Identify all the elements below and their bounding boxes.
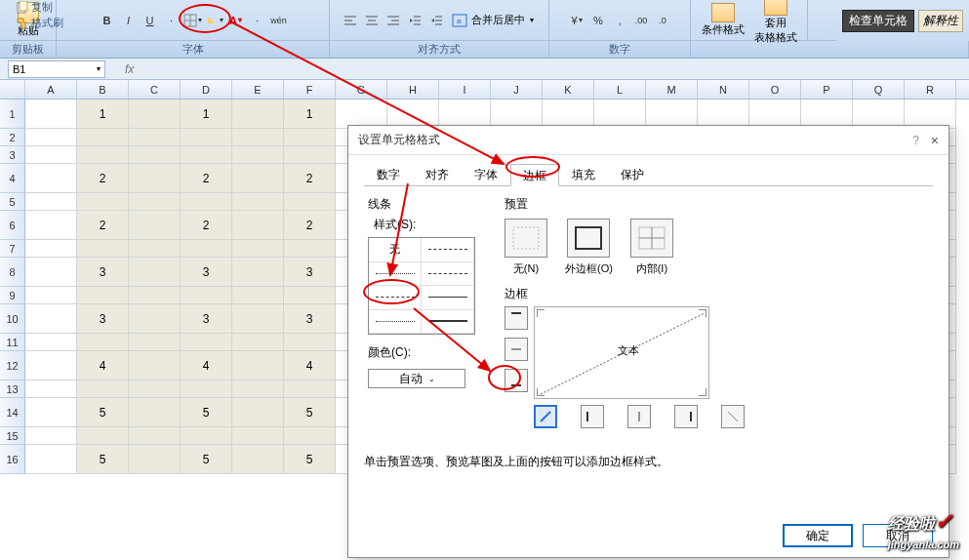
cell[interactable] <box>129 427 181 445</box>
cell[interactable] <box>181 129 232 146</box>
ok-button[interactable]: 确定 <box>783 524 853 547</box>
cell[interactable]: 5 <box>181 398 232 427</box>
cell[interactable] <box>77 427 129 445</box>
cell[interactable]: 4 <box>77 351 129 380</box>
cell[interactable] <box>77 146 129 164</box>
cell[interactable] <box>232 146 284 164</box>
indent-dec-button[interactable] <box>405 11 424 30</box>
style-opt[interactable] <box>369 310 422 335</box>
cell[interactable] <box>284 240 336 258</box>
cell[interactable] <box>25 146 77 164</box>
cell[interactable] <box>25 211 77 240</box>
cell[interactable] <box>232 380 284 398</box>
row-header[interactable]: 7 <box>0 240 25 258</box>
cell[interactable] <box>25 304 77 334</box>
cell[interactable]: 3 <box>77 258 129 287</box>
border-right-button[interactable] <box>674 405 698 428</box>
cell[interactable] <box>25 164 77 193</box>
cell[interactable] <box>129 240 181 258</box>
column-header[interactable]: K <box>543 80 594 99</box>
cell[interactable] <box>129 334 181 351</box>
column-header[interactable]: R <box>905 80 956 99</box>
cell[interactable] <box>25 427 77 445</box>
column-header[interactable]: I <box>439 80 491 99</box>
cell[interactable] <box>284 380 336 398</box>
cell[interactable] <box>25 380 77 398</box>
cell[interactable] <box>284 427 336 445</box>
line-style-picker[interactable]: 无 <box>368 237 475 335</box>
cell[interactable] <box>232 193 284 211</box>
cell[interactable] <box>181 334 232 351</box>
tab-保护[interactable]: 保护 <box>608 163 657 185</box>
tab-填充[interactable]: 填充 <box>559 163 608 185</box>
column-header[interactable]: E <box>232 80 284 99</box>
cell[interactable] <box>77 193 129 211</box>
cell[interactable] <box>232 445 284 474</box>
cell[interactable] <box>25 193 77 211</box>
table-style-button[interactable]: 套用 表格格式 <box>754 0 797 45</box>
cell[interactable]: 5 <box>77 445 129 474</box>
cell[interactable]: 3 <box>77 304 129 334</box>
cell[interactable] <box>232 334 284 351</box>
style-opt[interactable] <box>369 286 422 310</box>
column-header[interactable]: O <box>749 80 801 99</box>
border-mid-v-button[interactable] <box>627 405 651 428</box>
decimal-inc-button[interactable]: .00 <box>631 11 651 30</box>
cell[interactable]: 4 <box>284 351 336 380</box>
column-header[interactable]: J <box>491 80 543 99</box>
cell[interactable] <box>181 287 232 304</box>
column-header[interactable]: Q <box>853 80 905 99</box>
select-all-corner[interactable] <box>0 80 25 99</box>
border-diag-down-button[interactable] <box>721 405 745 428</box>
border-left-button[interactable] <box>581 405 604 428</box>
row-header[interactable]: 9 <box>0 287 25 304</box>
preset-outline[interactable]: 外边框(O) <box>565 219 613 276</box>
indent-inc-button[interactable] <box>426 11 446 30</box>
cell[interactable]: 3 <box>284 304 336 334</box>
column-header[interactable]: G <box>336 80 387 99</box>
row-header[interactable]: 8 <box>0 258 25 287</box>
cell[interactable]: 5 <box>181 445 232 474</box>
row-header[interactable]: 5 <box>0 193 25 211</box>
font-color-button[interactable]: A▾ <box>226 11 246 30</box>
cell[interactable] <box>232 100 284 129</box>
cell[interactable] <box>181 146 232 164</box>
cell[interactable]: 1 <box>77 100 129 129</box>
style-opt[interactable] <box>369 262 422 287</box>
chevron-down-icon[interactable]: ▾ <box>97 64 101 73</box>
dialog-titlebar[interactable]: 设置单元格格式 ? × <box>348 126 949 155</box>
format-painter-button[interactable]: 格式刷 <box>16 16 63 30</box>
border-mid-h-button[interactable] <box>505 338 528 361</box>
conditional-format-button[interactable]: 条件格式 <box>702 3 745 37</box>
cell[interactable]: 2 <box>77 164 129 193</box>
row-header[interactable]: 2 <box>0 129 25 146</box>
cell[interactable] <box>232 129 284 146</box>
cell[interactable]: 2 <box>284 211 336 240</box>
cell[interactable]: 5 <box>77 398 129 427</box>
border-bottom-button[interactable] <box>505 369 528 392</box>
color-select[interactable]: 自动 ⌄ <box>368 369 465 388</box>
cell[interactable] <box>77 287 129 304</box>
cell[interactable]: 5 <box>284 398 336 427</box>
column-header[interactable]: B <box>77 80 129 99</box>
phonetic-button[interactable]: wén <box>269 11 289 30</box>
cell[interactable]: 3 <box>284 258 336 287</box>
cell[interactable] <box>232 351 284 380</box>
preset-inside[interactable]: 内部(I) <box>630 219 673 276</box>
cell[interactable]: 2 <box>181 211 232 240</box>
copy-button[interactable]: 复制 <box>16 0 53 15</box>
cell[interactable] <box>25 334 77 351</box>
cell[interactable] <box>284 193 336 211</box>
column-header[interactable]: N <box>698 80 749 99</box>
row-header[interactable]: 6 <box>0 211 25 240</box>
column-header[interactable]: L <box>594 80 646 99</box>
italic-button[interactable]: I <box>119 11 139 30</box>
cell[interactable] <box>129 100 181 129</box>
cell[interactable] <box>232 240 284 258</box>
cell[interactable] <box>232 164 284 193</box>
cell[interactable] <box>181 240 232 258</box>
style-opt[interactable] <box>422 238 474 262</box>
style-opt[interactable] <box>422 286 474 310</box>
fx-label[interactable]: fx <box>125 62 134 76</box>
help-button[interactable]: ? <box>912 134 919 147</box>
